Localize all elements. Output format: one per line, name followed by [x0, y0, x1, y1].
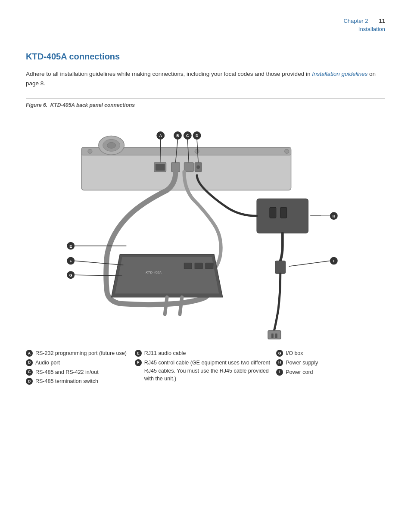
legend-item-A: A RS-232 programming port (future use)	[26, 349, 135, 358]
svg-text:I: I	[333, 259, 334, 264]
badge-C: C	[26, 369, 33, 376]
legend-item-D: D RS-485 termination switch	[26, 377, 135, 386]
header-divider	[372, 18, 372, 24]
legend-text-H: Power supply	[286, 359, 318, 367]
diagram-area: A B C D	[26, 112, 385, 341]
svg-marker-35	[115, 257, 219, 294]
legend-item-B: B Audio port	[26, 359, 135, 367]
svg-text:C: C	[186, 134, 189, 138]
legend-text-E: RJ11 audio cable	[144, 349, 186, 358]
svg-text:H: H	[333, 214, 335, 218]
svg-line-47	[75, 261, 123, 265]
svg-text:B: B	[176, 134, 179, 138]
svg-rect-31	[268, 330, 281, 339]
legend-item-G: G I/O box	[276, 349, 385, 358]
svg-point-3	[195, 149, 199, 153]
legend-text-C: RS-485 and RS-422 in/out	[35, 368, 99, 376]
svg-rect-30	[275, 261, 286, 274]
installation-guidelines-link[interactable]: Installation guidelines	[312, 71, 367, 77]
svg-point-7	[107, 143, 116, 149]
svg-rect-11	[184, 162, 193, 172]
figure-separator	[26, 98, 385, 99]
legend-col-3: G I/O box H Power supply I Power cord	[276, 349, 385, 387]
badge-G: G	[276, 350, 283, 357]
svg-rect-9	[156, 164, 165, 171]
badge-D: D	[26, 378, 33, 385]
legend-text-A: RS-232 programming port (future use)	[35, 349, 127, 358]
legend-text-D: RS-485 termination switch	[35, 377, 98, 386]
figure-label: Figure 6.	[26, 102, 47, 108]
svg-rect-33	[275, 333, 277, 338]
legend-text-F: RJ45 control cable (GE equipment uses tw…	[144, 359, 277, 383]
legend-col-2: E RJ11 audio cable F RJ45 control cable …	[135, 349, 277, 387]
svg-point-4	[285, 149, 289, 153]
svg-rect-32	[271, 333, 274, 338]
intro-text-start: Adhere to all installation guidelines wh…	[26, 71, 310, 77]
chapter-label: Chapter 2	[343, 17, 368, 25]
intro-paragraph: Adhere to all installation guidelines wh…	[26, 69, 379, 88]
figure-caption: Figure 6. KTD-405A back panel connection…	[26, 102, 385, 108]
legend-text-B: Audio port	[35, 359, 60, 367]
legend-text-G: I/O box	[286, 349, 303, 358]
svg-rect-36	[184, 263, 192, 269]
svg-line-56	[289, 261, 330, 267]
diagram-svg: A B C D	[26, 112, 385, 341]
legend-item-H: H Power supply	[276, 359, 385, 367]
badge-F: F	[135, 359, 142, 366]
badge-H: H	[276, 359, 283, 366]
badge-A: A	[26, 350, 33, 357]
svg-point-2	[88, 149, 92, 153]
svg-rect-27	[270, 208, 276, 218]
svg-line-40	[165, 297, 167, 314]
svg-rect-37	[195, 263, 202, 269]
svg-text:D: D	[196, 134, 199, 138]
badge-E: E	[135, 350, 142, 357]
legend-item-E: E RJ11 audio cable	[135, 349, 277, 358]
svg-point-13	[196, 165, 200, 169]
svg-line-50	[75, 275, 122, 276]
page-number: 11	[379, 17, 385, 25]
figure-title: KTD-405A back panel connections	[50, 102, 135, 108]
page-header: Chapter 2 11 Installation	[343, 17, 385, 34]
svg-rect-28	[280, 208, 287, 218]
legend-area: A RS-232 programming port (future use) B…	[26, 349, 385, 387]
legend-item-C: C RS-485 and RS-422 in/out	[26, 368, 135, 376]
legend-text-I: Power cord	[286, 368, 313, 376]
legend-col-1: A RS-232 programming port (future use) B…	[26, 349, 135, 387]
svg-rect-38	[206, 263, 213, 269]
badge-I: I	[276, 369, 283, 376]
svg-text:KTD-405A: KTD-405A	[146, 271, 162, 274]
svg-text:G: G	[69, 273, 72, 277]
legend-item-I: I Power cord	[276, 368, 385, 376]
page: Chapter 2 11 Installation KTD-405A conne…	[0, 0, 411, 532]
badge-B: B	[26, 359, 33, 366]
legend-item-F: F RJ45 control cable (GE equipment uses …	[135, 359, 277, 383]
section-title: KTD-405A connections	[26, 52, 385, 62]
svg-line-41	[180, 297, 182, 314]
svg-text:A: A	[159, 134, 162, 138]
section-label: Installation	[358, 26, 385, 32]
svg-text:F: F	[70, 259, 72, 264]
svg-line-16	[160, 140, 161, 163]
svg-text:E: E	[69, 244, 72, 249]
